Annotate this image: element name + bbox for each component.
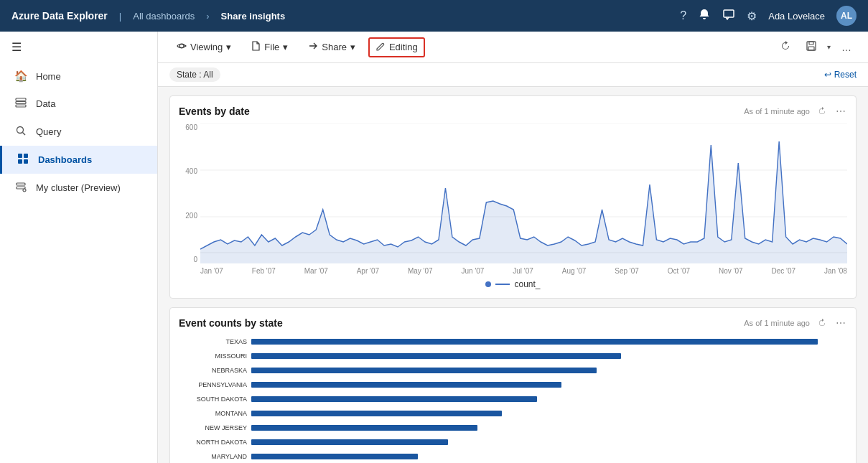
main-layout: ☰ 🏠 Home Data Query Dashboards [0,32,868,463]
content-area: Viewing ▾ File ▾ Share ▾ [158,32,868,463]
user-avatar[interactable]: AL [836,6,857,26]
sidebar: ☰ 🏠 Home Data Query Dashboards [0,32,158,463]
help-icon[interactable]: ? [680,9,686,22]
chart1-x-axis: Jan '07 Feb '07 Mar '07 Apr '07 May '07 … [200,266,847,275]
username-label[interactable]: Ada Lovelace [768,11,825,22]
chart1-meta: As of 1 minute ago ⋯ [744,105,847,118]
chart1-more-button[interactable]: ⋯ [834,105,847,118]
dashboards-icon [17,153,29,167]
svg-rect-2 [16,102,26,104]
y-label-200: 200 [185,212,197,220]
share-label: Share [322,42,347,52]
y-label-400: 400 [185,167,197,175]
breadcrumb-all-dashboards[interactable]: All dashboards [133,11,195,22]
chart1-body: 600 400 200 0 [179,123,847,275]
x-jun07: Jun '07 [461,267,484,275]
state-filter-pill[interactable]: State : All [169,67,220,82]
chart1-y-axis: 600 400 200 0 [179,123,200,263]
share-icon [308,41,318,53]
breadcrumb-arrow: › [206,11,209,22]
y-label-600: 600 [185,123,197,131]
chart2-more-button[interactable]: ⋯ [834,317,847,329]
chart2-refresh-button[interactable] [816,317,829,329]
feedback-icon[interactable] [722,8,735,24]
file-chevron-icon: ▾ [283,42,288,52]
bar-row-pennsylvania [251,380,847,390]
settings-icon[interactable]: ⚙ [747,9,757,23]
refresh-icon [780,40,791,54]
reset-button[interactable]: ↩ Reset [824,70,857,80]
chart2-meta: As of 1 minute ago ⋯ [744,317,847,329]
chart1-title: Events by date [179,106,250,117]
viewing-button[interactable]: Viewing ▾ [169,37,238,57]
sidebar-item-query-label: Query [36,126,61,137]
bar-row-texas [251,337,847,347]
hamburger-button[interactable]: ☰ [0,32,157,62]
svg-marker-21 [200,141,847,263]
viewing-label: Viewing [190,42,223,52]
y-label-0: 0 [193,256,197,263]
x-jan07: Jan '07 [200,267,223,275]
x-apr07: Apr '07 [357,267,379,275]
data-icon [14,97,27,111]
more-options-button[interactable]: … [836,37,857,57]
sidebar-item-dashboards[interactable]: Dashboards [0,146,157,174]
svg-rect-7 [24,154,28,158]
svg-rect-16 [808,47,814,50]
chart2-time: As of 1 minute ago [744,319,810,327]
cluster-icon [14,181,27,195]
save-button[interactable] [801,37,821,57]
sidebar-item-home-label: Home [36,71,61,82]
share-button[interactable]: Share ▾ [301,37,363,57]
x-dec07: Dec '07 [771,267,795,275]
bar-row-missouri [251,351,847,361]
chart1-svg-container: Jan '07 Feb '07 Mar '07 Apr '07 May '07 … [200,123,847,275]
sidebar-item-data[interactable]: Data [0,90,157,118]
x-mar07: Mar '07 [304,267,328,275]
svg-rect-15 [809,42,813,45]
state-label-newjersey: NEW JERSEY [179,423,247,433]
svg-rect-9 [24,159,28,164]
bar-fill-pennsylvania [251,382,561,388]
charts-area: Events by date As of 1 minute ago ⋯ 600 … [158,87,868,463]
chart1-legend: count_ [179,279,847,289]
legend-line-icon [495,284,510,285]
chart1-time: As of 1 minute ago [744,107,810,116]
toolbar: Viewing ▾ File ▾ Share ▾ [158,32,868,63]
save-chevron-icon: ▾ [827,43,831,51]
bar-fill-northdakota [251,439,448,445]
svg-rect-0 [724,10,734,17]
reset-icon: ↩ [824,70,831,80]
refresh-button[interactable] [775,37,795,57]
x-oct07: Oct '07 [668,267,690,275]
sidebar-item-home[interactable]: 🏠 Home [0,62,157,90]
x-nov07: Nov '07 [719,267,743,275]
svg-point-4 [17,127,24,134]
bar-fill-missouri [251,353,621,359]
svg-rect-10 [17,183,25,185]
state-label-montana: MONTANA [179,408,247,418]
svg-point-12 [23,189,26,192]
bar-fill-southdakota [251,396,537,402]
sidebar-item-query[interactable]: Query [0,118,157,146]
query-icon [14,125,27,139]
notifications-icon[interactable] [698,8,711,24]
home-icon: 🏠 [14,70,27,83]
file-label: File [264,42,279,52]
state-label-southdakota: SOUTH DAKOTA [179,394,247,404]
svg-rect-1 [16,98,26,100]
chart1-refresh-button[interactable] [816,105,829,118]
editing-pencil-icon [375,42,385,53]
viewing-icon [177,41,187,53]
x-feb07: Feb '07 [252,267,276,275]
event-counts-by-state-chart: Event counts by state As of 1 minute ago… [169,307,857,463]
save-icon [806,40,817,54]
file-button[interactable]: File ▾ [244,37,295,57]
svg-line-5 [23,133,26,136]
more-options-icon: … [841,42,851,53]
viewing-chevron-icon: ▾ [226,42,231,52]
svg-rect-6 [18,154,22,158]
events-by-date-chart: Events by date As of 1 minute ago ⋯ 600 … [169,95,857,299]
editing-mode-box[interactable]: Editing [368,37,425,57]
sidebar-item-mycluster[interactable]: My cluster (Preview) [0,174,157,202]
